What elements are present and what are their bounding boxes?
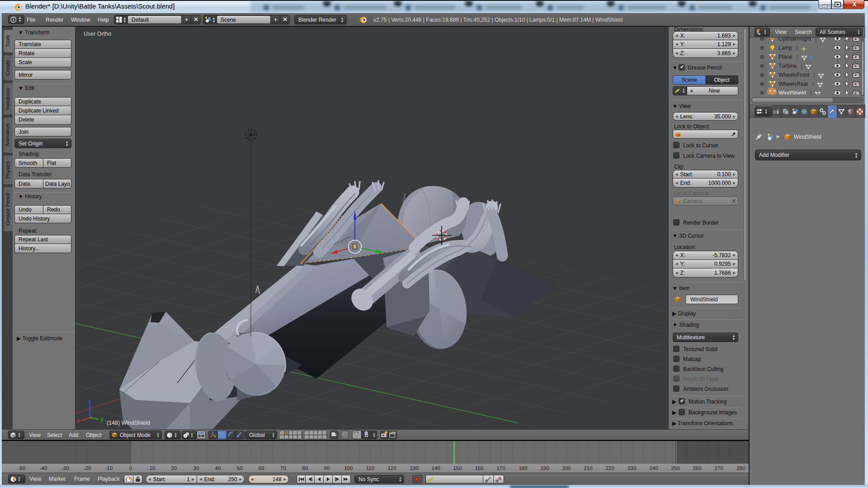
svg-text:z: z [88, 398, 91, 405]
svg-text:User Ortho: User Ortho [84, 31, 111, 37]
svg-text:x: x [77, 417, 80, 423]
svg-text:y: y [100, 416, 104, 422]
svg-text:(148) WindShield: (148) WindShield [107, 420, 150, 426]
